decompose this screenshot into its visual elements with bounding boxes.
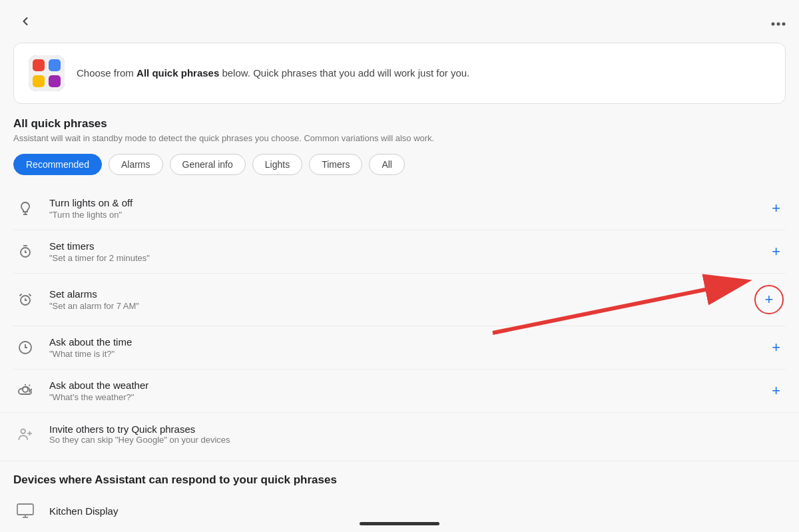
lights-title: Turn lights on & off [49,197,754,208]
home-indicator [360,522,439,525]
timers-content: Set timers "Set a timer for 2 minutes" [49,240,754,263]
lights-subtitle: "Turn the lights on" [49,210,754,220]
weather-icon [13,379,37,403]
weather-add-button[interactable]: + [766,381,786,401]
invite-content: Invite others to try Quick phrases So th… [49,423,230,445]
list-item: Ask about the time "What time is it?" + [13,326,786,370]
chip-alarms[interactable]: Alarms [109,154,163,175]
chip-recommended[interactable]: Recommended [13,154,102,175]
time-icon [13,336,37,360]
alarms-icon [13,288,37,312]
invite-title: Invite others to try Quick phrases [49,423,230,435]
device-icon [13,499,37,523]
timers-title: Set timers [49,240,754,252]
svg-rect-5 [49,59,61,71]
timers-subtitle: "Set a timer for 2 minutes" [49,253,754,263]
alarms-content: Set alarms "Set an alarm for 7 AM" [49,288,740,311]
svg-line-12 [20,294,22,296]
devices-title: Devices where Assistant can respond to y… [13,473,786,487]
back-button[interactable] [13,9,37,33]
weather-title: Ask about the weather [49,380,754,391]
invite-subtitle: So they can skip "Hey Google" on your de… [49,435,230,445]
info-banner: Choose from All quick phrases below. Qui… [13,43,786,104]
invite-icon [13,422,37,446]
list-item: Set alarms "Set an alarm for 7 AM" + [13,274,786,326]
list-item: Ask about the weather "What's the weathe… [13,370,786,412]
svg-point-0 [772,22,775,25]
time-content: Ask about the time "What time is it?" [49,336,754,359]
quick-phrases-section: All quick phrases Assistant will wait in… [0,117,799,412]
quick-phrases-list: Turn lights on & off "Turn the lights on… [13,187,786,412]
chip-general-info[interactable]: General info [170,154,246,175]
devices-section: Devices where Assistant can respond to y… [0,461,799,532]
lights-add-button[interactable]: + [766,198,786,218]
lights-content: Turn lights on & off "Turn the lights on… [49,197,754,220]
timers-icon [13,240,37,264]
banner-text: Choose from All quick phrases below. Qui… [77,66,469,81]
banner-icon [29,55,65,91]
chip-all[interactable]: All [369,154,405,175]
section-title: All quick phrases [13,117,786,131]
svg-rect-7 [49,75,61,87]
svg-rect-6 [33,75,45,87]
time-add-button[interactable]: + [766,338,786,358]
alarms-subtitle: "Set an alarm for 7 AM" [49,301,740,311]
lights-icon [13,196,37,220]
svg-line-18 [29,385,30,386]
chip-lights[interactable]: Lights [252,154,302,175]
time-subtitle: "What time is it?" [49,349,754,359]
svg-point-19 [21,429,26,433]
filter-chips: Recommended Alarms General info Lights T… [13,154,786,175]
svg-point-1 [777,22,780,25]
list-item: Turn lights on & off "Turn the lights on… [13,187,786,230]
svg-line-13 [29,294,31,296]
weather-subtitle: "What's the weather?" [49,392,754,402]
invite-section: Invite others to try Quick phrases So th… [0,412,799,455]
weather-content: Ask about the weather "What's the weathe… [49,380,754,402]
chip-timers[interactable]: Timers [309,154,362,175]
alarms-add-button[interactable]: + [760,290,779,310]
timers-add-button[interactable]: + [766,242,786,262]
svg-point-2 [782,22,786,25]
svg-rect-4 [33,59,45,71]
time-title: Ask about the time [49,336,754,348]
more-options-button[interactable] [771,14,786,29]
device-item: Kitchen Display [13,489,786,532]
alarms-title: Set alarms [49,288,740,300]
svg-rect-22 [17,504,33,515]
top-bar [0,0,799,43]
list-item: Set timers "Set a timer for 2 minutes" + [13,230,786,274]
section-subtitle: Assistant will wait in standby mode to d… [13,133,786,143]
device-label: Kitchen Display [49,505,118,517]
